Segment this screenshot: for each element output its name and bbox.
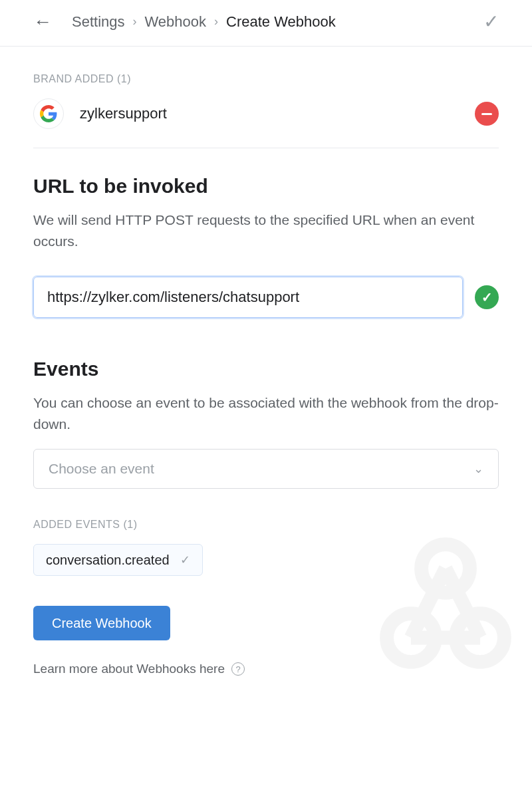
confirm-check-icon[interactable]: ✓ <box>483 11 499 33</box>
chevron-right-icon: › <box>133 15 137 29</box>
brand-row: zylkersupport <box>33 98 499 148</box>
webhook-url-input[interactable] <box>33 277 463 318</box>
breadcrumb: Settings › Webhook › Create Webhook <box>72 13 336 31</box>
page-header: ← Settings › Webhook › Create Webhook ✓ <box>0 0 532 47</box>
brand-logo-icon <box>33 98 64 129</box>
svg-point-2 <box>422 545 470 593</box>
breadcrumb-current: Create Webhook <box>226 13 336 31</box>
back-arrow-icon[interactable]: ← <box>33 13 52 31</box>
brand-added-label: BRAND ADDED (1) <box>33 73 499 85</box>
events-section-description: You can choose an event to be associated… <box>33 392 499 434</box>
minus-icon <box>481 113 492 115</box>
events-section-title: Events <box>33 358 499 380</box>
added-events-label: ADDED EVENTS (1) <box>33 519 499 531</box>
url-section-title: URL to be invoked <box>33 175 499 198</box>
check-icon: ✓ <box>180 553 190 567</box>
event-select[interactable]: Choose an event ⌄ <box>33 449 499 489</box>
learn-more-text: Learn more about Webhooks here <box>33 662 225 676</box>
url-valid-icon: ✓ <box>475 285 499 309</box>
svg-point-0 <box>387 614 436 662</box>
create-webhook-button[interactable]: Create Webhook <box>33 606 170 640</box>
event-select-placeholder: Choose an event <box>49 461 154 477</box>
learn-more-link[interactable]: Learn more about Webhooks here ? <box>33 662 499 676</box>
svg-point-1 <box>456 614 505 662</box>
breadcrumb-webhook[interactable]: Webhook <box>145 13 207 31</box>
remove-brand-button[interactable] <box>475 102 499 126</box>
help-icon: ? <box>231 662 245 676</box>
chevron-down-icon: ⌄ <box>473 462 483 476</box>
event-chip-label: conversation.created <box>46 553 170 568</box>
chevron-right-icon: › <box>214 15 218 29</box>
breadcrumb-settings[interactable]: Settings <box>72 13 125 31</box>
added-event-chip[interactable]: conversation.created ✓ <box>33 544 203 576</box>
url-section-description: We will send HTTP POST requests to the s… <box>33 209 499 251</box>
brand-name: zylkersupport <box>80 105 167 122</box>
